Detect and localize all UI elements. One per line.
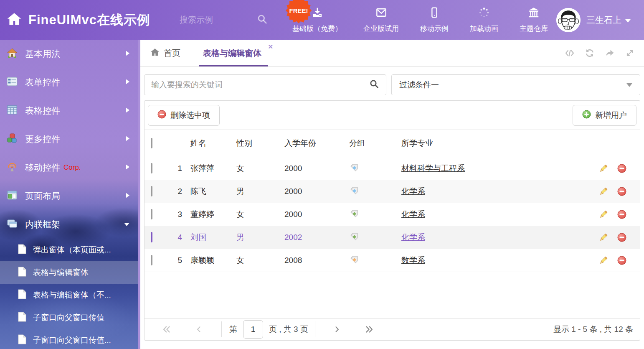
menu-item-label: 移动示例	[420, 24, 449, 33]
column-header-name[interactable]: 姓名	[182, 138, 236, 149]
file-icon	[18, 244, 27, 256]
add-user-button[interactable]: 新增用户	[573, 105, 636, 126]
sidebar-subitem-label: 弹出窗体（本页面或...	[33, 245, 111, 255]
sidebar-subitem-child-to-parent-2[interactable]: 子窗口向父窗口传值...	[0, 329, 138, 349]
last-page-button[interactable]	[365, 325, 374, 334]
spinner-icon	[478, 6, 490, 21]
menu-item-enterprise-trial[interactable]: 企业版试用	[363, 6, 399, 33]
table-header: 姓名 性别 入学年份 分组 所学专业	[145, 130, 640, 157]
app-title: FineUIMvc在线示例	[28, 11, 150, 29]
fullscreen-icon[interactable]	[625, 48, 635, 58]
chevron-down-icon	[625, 15, 631, 25]
sidebar-subitem-popup-window[interactable]: 弹出窗体（本页面或...	[0, 239, 138, 261]
menu-item-loading-animation[interactable]: 加载动画	[470, 6, 498, 33]
plus-circle-icon	[582, 110, 591, 121]
filter-row: 过滤条件一	[140, 67, 644, 95]
edit-pencil-icon[interactable]	[598, 233, 608, 242]
share-forward-icon[interactable]	[605, 48, 615, 58]
tab-home[interactable]: 首页	[150, 48, 180, 59]
edit-pencil-icon[interactable]	[598, 164, 608, 173]
sidebar-item-mobile-controls[interactable]: 移动控件 Corp.	[0, 153, 138, 182]
refresh-icon[interactable]	[585, 48, 595, 58]
row-checkbox[interactable]	[151, 186, 152, 196]
sidebar-item-page-layout[interactable]: 页面布局	[0, 182, 138, 210]
pagination-bar: 第 页 , 共 3 页 显示 1 - 5 条 , 共 12 条	[145, 318, 640, 340]
row-checkbox[interactable]	[151, 255, 152, 265]
major-link[interactable]: 数学系	[401, 256, 425, 265]
chevron-right-icon	[126, 79, 129, 86]
delete-row-icon[interactable]	[617, 233, 626, 242]
cell-gender: 女	[236, 163, 284, 174]
sidebar-item-basic-usage[interactable]: 基本用法	[0, 40, 138, 68]
column-header-group[interactable]: 分组	[349, 138, 397, 149]
antenna-color-icon	[7, 161, 18, 174]
sidebar-subitem-grid-edit-window-2[interactable]: 表格与编辑窗体（不...	[0, 284, 138, 306]
cell-gender: 男	[236, 186, 284, 197]
cell-name: 张萍萍	[182, 163, 236, 174]
major-link[interactable]: 材料科学与工程系	[401, 164, 465, 173]
menu-item-mobile-demo[interactable]: 移动示例	[420, 6, 449, 33]
keyword-search-input[interactable]	[151, 80, 369, 89]
add-user-label: 新增用户	[595, 110, 627, 121]
tab-bar: 首页 表格与编辑窗体 ✕	[140, 40, 644, 67]
sidebar-subitem-child-to-parent[interactable]: 子窗口向父窗口传值	[0, 306, 138, 329]
file-icon	[18, 334, 27, 346]
cell-gender: 男	[236, 232, 284, 243]
delete-row-icon[interactable]	[617, 164, 626, 173]
delete-selected-button[interactable]: 删除选中项	[148, 105, 220, 126]
cell-name: 康颖颖	[182, 255, 236, 266]
row-checkbox[interactable]	[151, 163, 152, 173]
select-all-checkbox[interactable]	[151, 138, 152, 148]
table-color-icon	[7, 104, 18, 117]
sidebar-subitem-label: 子窗口向父窗口传值...	[33, 335, 111, 346]
edit-pencil-icon[interactable]	[598, 256, 608, 265]
column-header-gender[interactable]: 性别	[236, 138, 284, 149]
close-icon[interactable]: ✕	[268, 43, 273, 50]
edit-pencil-icon[interactable]	[598, 187, 608, 196]
prev-page-button[interactable]	[195, 325, 203, 334]
sidebar-item-grid-controls[interactable]: 表格控件	[0, 97, 138, 125]
main-content: 首页 表格与编辑窗体 ✕ 过滤条件一 删除选中项	[138, 40, 644, 349]
page-label-prefix: 第	[229, 324, 237, 335]
major-link[interactable]: 化学系	[401, 233, 425, 242]
search-icon[interactable]	[369, 79, 379, 91]
chevron-right-icon	[126, 135, 129, 143]
edit-pencil-icon[interactable]	[598, 210, 608, 219]
table-body: 1 张萍萍 女 2000 材料科学与工程系 2 陈飞 男 2000 化学系	[145, 157, 640, 272]
brand[interactable]: FineUIMvc在线示例	[7, 0, 150, 40]
divider	[315, 321, 315, 337]
delete-row-icon[interactable]	[617, 210, 626, 219]
sidebar-item-form-controls[interactable]: 表单控件	[0, 68, 138, 97]
major-link[interactable]: 化学系	[401, 187, 425, 196]
record-count-summary: 显示 1 - 5 条 , 共 12 条	[553, 324, 633, 335]
sidebar-item-inline-frames[interactable]: 内联框架	[0, 210, 138, 239]
first-page-button[interactable]	[162, 325, 171, 334]
tag-icon	[349, 232, 359, 244]
next-page-button[interactable]	[333, 325, 341, 334]
row-number: 3	[165, 210, 182, 219]
menu-item-theme-repo[interactable]: 主题仓库	[520, 6, 548, 33]
table-row: 5 康颖颖 女 2008 数学系	[145, 249, 640, 272]
sidebar-item-more-controls[interactable]: 更多控件	[0, 125, 138, 153]
tag-icon	[349, 163, 359, 175]
delete-row-icon[interactable]	[617, 256, 626, 265]
row-number: 2	[165, 187, 182, 196]
sidebar-subitem-grid-edit-window[interactable]: 表格与编辑窗体	[0, 261, 138, 284]
row-checkbox[interactable]	[151, 232, 152, 242]
envelope-icon	[375, 6, 388, 21]
source-code-icon[interactable]	[565, 48, 575, 58]
major-link[interactable]: 化学系	[401, 210, 425, 219]
delete-row-icon[interactable]	[617, 187, 626, 196]
tab-grid-edit-window[interactable]: 表格与编辑窗体 ✕	[199, 40, 274, 66]
page-number-input[interactable]	[243, 320, 263, 339]
column-header-major[interactable]: 所学专业	[397, 138, 586, 149]
row-checkbox[interactable]	[151, 209, 152, 219]
column-header-year[interactable]: 入学年份	[284, 138, 349, 149]
sidebar-item-label: 基本用法	[25, 48, 60, 60]
chevron-right-icon	[126, 164, 129, 171]
header-search-input[interactable]	[180, 15, 242, 25]
user-menu[interactable]: 三生石上	[556, 0, 631, 40]
filter-select[interactable]: 过滤条件一	[391, 74, 640, 95]
home-color-icon	[7, 48, 18, 60]
search-icon[interactable]	[242, 14, 268, 26]
